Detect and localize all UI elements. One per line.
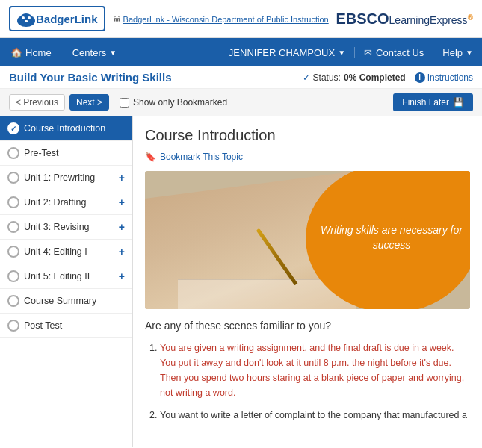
logo-text: BadgerLink [36, 13, 98, 25]
show-bookmarked-checkbox[interactable] [120, 98, 129, 108]
nav-contact[interactable]: ✉ Contact Us [354, 47, 433, 58]
envelope-icon: ✉ [364, 47, 372, 58]
top-header: BadgerLink 🏛 BadgerLink - Wisconsin Depa… [0, 0, 482, 38]
show-bookmarked-label[interactable]: Show only Bookmarked [120, 97, 227, 108]
finish-label: Finish Later [402, 97, 449, 108]
help-label: Help [442, 47, 463, 58]
learning-text: LearningExpress [389, 14, 468, 26]
list-text-2: You want to write a letter of complaint … [160, 410, 467, 420]
next-button[interactable]: Next > [69, 94, 109, 111]
save-icon: 💾 [453, 97, 464, 108]
dept-info: 🏛 BadgerLink - Wisconsin Department of P… [113, 13, 329, 25]
passage-intro: Are any of these scenes familiar to you? [145, 320, 470, 332]
ebsco-text: EBSCO [336, 10, 389, 27]
prev-button[interactable]: < Previous [9, 94, 65, 111]
status-area: ✓ Status: 0% Completed i Instructions [303, 72, 473, 83]
dept-icon: 🏛 [113, 15, 123, 24]
sidebar-label-2: Unit 1: Prewriting [24, 172, 95, 183]
bookmark-topic[interactable]: 🔖 Bookmark This Topic [145, 152, 470, 162]
sidebar-label-1: Pre-Test [24, 148, 59, 158]
sidebar: ✓ Course Introduction Pre-Test Unit 1: P… [0, 116, 133, 447]
expand-unit5-icon[interactable]: + [119, 270, 125, 282]
sidebar-label-4: Unit 3: Revising [24, 222, 90, 232]
hero-image: Writing skills are necessary for success [145, 171, 470, 309]
status-badge: ✓ Status: 0% Completed [303, 72, 406, 83]
centers-chevron: ▼ [109, 49, 117, 57]
ebsco-logo-area: EBSCOLearningExpress® [336, 10, 473, 28]
sidebar-circle-8 [7, 320, 19, 332]
nav-help[interactable]: Help ▼ [433, 47, 482, 58]
nav-home-label: Home [25, 47, 52, 58]
sidebar-circle-0: ✓ [7, 122, 19, 134]
svg-point-4 [28, 16, 31, 19]
list-item: You are given a writing assignment, and … [160, 340, 470, 400]
sidebar-circle-6 [7, 270, 19, 282]
status-label: Status: [313, 72, 341, 83]
controls-bar: < Previous Next > Show only Bookmarked F… [0, 89, 482, 116]
orange-bubble: Writing skills are necessary for success [306, 171, 470, 309]
sidebar-circle-3 [7, 196, 19, 208]
sidebar-label-5: Unit 4: Editing I [24, 246, 87, 257]
sidebar-circle-2 [7, 172, 19, 184]
svg-point-3 [22, 16, 25, 19]
bookmark-label: Bookmark This Topic [160, 152, 243, 162]
sidebar-item-unit4[interactable]: Unit 4: Editing I + [0, 240, 132, 264]
nav-centers[interactable]: Centers ▼ [62, 38, 127, 66]
dept-link[interactable]: BadgerLink - Wisconsin Department of Pub… [123, 15, 329, 24]
logo-area: BadgerLink 🏛 BadgerLink - Wisconsin Depa… [9, 6, 329, 31]
expand-unit4-icon[interactable]: + [119, 246, 125, 258]
sidebar-item-summary[interactable]: Course Summary [0, 289, 132, 314]
home-icon: 🏠 [10, 47, 22, 58]
bookmark-icon: 🔖 [145, 152, 156, 162]
sidebar-label-3: Unit 2: Drafting [24, 197, 86, 208]
sidebar-circle-1 [7, 147, 19, 159]
badger-icon [16, 10, 36, 27]
sidebar-label-8: Post Test [24, 320, 62, 331]
nav-home[interactable]: 🏠 Home [0, 38, 62, 66]
check-icon: ✓ [303, 72, 310, 83]
expand-unit1-icon[interactable]: + [119, 172, 125, 184]
status-value: 0% Completed [344, 72, 406, 83]
nav-bar: 🏠 Home Centers ▼ JENNIFER CHAMPOUX ▼ ✉ C… [0, 38, 482, 66]
sidebar-label-7: Course Summary [24, 296, 96, 306]
content-title: Course Introduction [145, 127, 470, 144]
sidebar-item-unit2[interactable]: Unit 2: Drafting + [0, 190, 132, 215]
bookmark-check-label: Show only Bookmarked [133, 97, 227, 108]
expand-unit3-icon[interactable]: + [119, 221, 125, 233]
sidebar-item-post-test[interactable]: Post Test [0, 314, 132, 338]
sidebar-label-6: Unit 5: Editing II [24, 271, 90, 281]
nav-user[interactable]: JENNIFER CHAMPOUX ▼ [220, 47, 354, 58]
expand-unit2-icon[interactable]: + [119, 196, 125, 208]
help-chevron: ▼ [466, 49, 473, 57]
badgerlink-logo[interactable]: BadgerLink [9, 6, 105, 31]
sidebar-circle-4 [7, 221, 19, 233]
bubble-text: Writing skills are necessary for success [321, 223, 463, 252]
sidebar-label-0: Course Introduction [24, 123, 105, 134]
sidebar-item-unit3[interactable]: Unit 3: Revising + [0, 215, 132, 240]
info-icon: i [415, 72, 425, 83]
sidebar-item-pre-test[interactable]: Pre-Test [0, 141, 132, 166]
instructions-link[interactable]: i Instructions [415, 72, 473, 83]
contact-label: Contact Us [376, 47, 424, 58]
sidebar-item-unit1[interactable]: Unit 1: Prewriting + [0, 166, 132, 190]
svg-rect-5 [25, 20, 28, 22]
page-title: Build Your Basic Writing Skills [9, 71, 172, 84]
passage-list: You are given a writing assignment, and … [160, 340, 470, 423]
trademark: ® [468, 13, 473, 21]
content-area: Course Introduction 🔖 Bookmark This Topi… [133, 116, 482, 447]
sidebar-item-course-intro[interactable]: ✓ Course Introduction [0, 116, 132, 141]
sidebar-circle-5 [7, 246, 19, 258]
list-text-1a: You are given a writing assignment, and … [160, 343, 464, 398]
sidebar-item-unit5[interactable]: Unit 5: Editing II + [0, 264, 132, 289]
sidebar-circle-7 [7, 295, 19, 307]
instructions-label: Instructions [427, 72, 473, 83]
user-chevron: ▼ [338, 49, 345, 57]
finish-later-button[interactable]: Finish Later 💾 [393, 93, 473, 111]
page-title-bar: Build Your Basic Writing Skills ✓ Status… [0, 66, 482, 89]
main-layout: ✓ Course Introduction Pre-Test Unit 1: P… [0, 116, 482, 447]
list-item-2: You want to write a letter of complaint … [160, 408, 470, 423]
nav-centers-label: Centers [72, 47, 107, 58]
user-name: JENNIFER CHAMPOUX [229, 47, 335, 58]
